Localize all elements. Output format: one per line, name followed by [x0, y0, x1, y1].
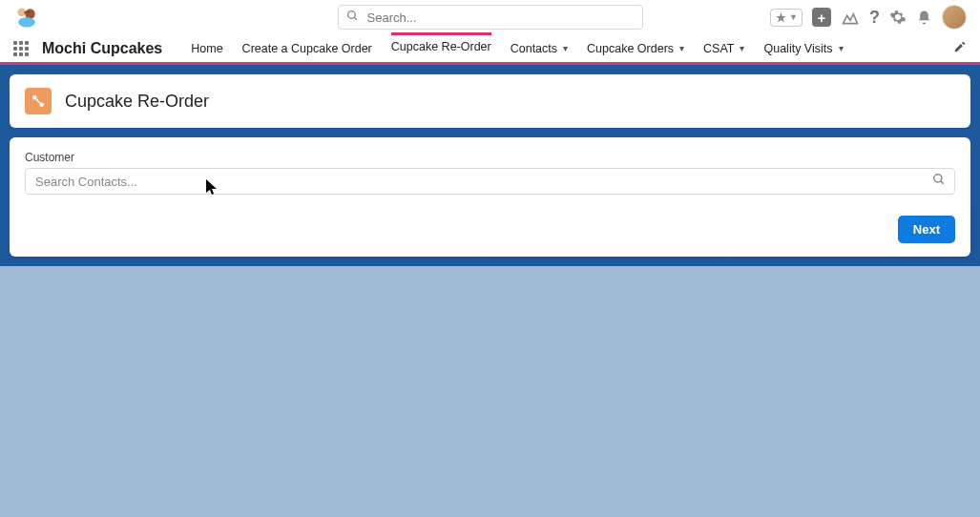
chevron-down-icon[interactable]: ▾	[839, 43, 844, 53]
tab-home[interactable]: Home	[191, 34, 222, 63]
tab-cupcake-reorder[interactable]: Cupcake Re-Order	[391, 32, 491, 61]
tab-quality-visits[interactable]: Quality Visits▾	[763, 34, 843, 63]
global-actions-button[interactable]: +	[812, 8, 831, 27]
svg-point-4	[28, 11, 30, 13]
next-button[interactable]: Next	[898, 216, 955, 243]
flow-icon	[25, 88, 52, 114]
search-icon[interactable]	[932, 173, 946, 190]
svg-line-6	[354, 17, 357, 20]
form-card: Customer Next	[10, 137, 970, 257]
tab-contacts[interactable]: Contacts▾	[511, 34, 568, 63]
app-nav-bar: Mochi Cupcakes Home Create a Cupcake Ord…	[0, 34, 980, 65]
chevron-down-icon[interactable]: ▾	[740, 43, 744, 53]
page-background: Cupcake Re-Order Customer Next	[0, 65, 980, 513]
tab-cupcake-orders[interactable]: Cupcake Orders▾	[587, 34, 684, 63]
notifications-bell-icon[interactable]	[916, 10, 932, 26]
page-header-card: Cupcake Re-Order	[10, 74, 970, 128]
svg-line-10	[941, 181, 944, 184]
favorites-button[interactable]: ▼	[770, 9, 803, 27]
global-header: ▼ + ?	[0, 0, 980, 34]
svg-point-2	[18, 17, 35, 28]
chevron-down-icon[interactable]: ▾	[563, 43, 568, 53]
empty-background	[0, 266, 980, 517]
help-icon[interactable]: ?	[869, 8, 880, 28]
search-icon	[346, 9, 359, 26]
tab-create-cupcake-order[interactable]: Create a Cupcake Order	[242, 34, 372, 63]
svg-point-9	[934, 175, 942, 182]
trailhead-icon[interactable]	[841, 8, 860, 27]
app-launcher-icon[interactable]	[13, 41, 29, 56]
setup-gear-icon[interactable]	[889, 9, 907, 26]
customer-lookup-input[interactable]	[25, 168, 955, 195]
app-name: Mochi Cupcakes	[42, 40, 162, 57]
svg-point-3	[24, 11, 26, 13]
page-title: Cupcake Re-Order	[65, 92, 209, 112]
user-avatar[interactable]	[942, 5, 967, 30]
edit-nav-pencil-icon[interactable]	[953, 40, 967, 57]
tab-csat[interactable]: CSAT▾	[703, 34, 744, 63]
global-search-input[interactable]	[338, 5, 643, 30]
customer-field-label: Customer	[25, 151, 955, 164]
global-search	[338, 5, 643, 30]
chevron-down-icon[interactable]: ▾	[679, 43, 684, 53]
svg-point-5	[347, 11, 355, 19]
salesforce-logo[interactable]	[13, 4, 40, 31]
